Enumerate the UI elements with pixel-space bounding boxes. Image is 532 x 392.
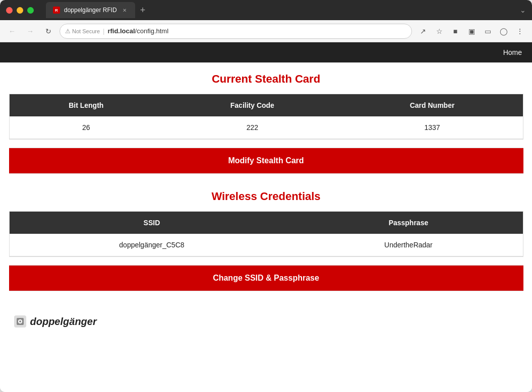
facility-code-header: Facility Code: [163, 94, 342, 116]
stealth-card-table-body: 26 222 1337: [10, 116, 523, 139]
stealth-card-table-section: Bit Length Facility Code Card Number 26 …: [9, 94, 523, 140]
stealth-card-section: Current Stealth Card Bit Length Facility…: [9, 73, 523, 174]
tab-favicon: R: [53, 7, 60, 14]
wireless-table-body: doppelgänger_C5C8 UndertheRadar: [10, 234, 523, 256]
tab-bar: R doppelgänger RFID ✕ +: [46, 2, 516, 18]
share-icon[interactable]: ↗: [416, 24, 430, 38]
ssid-value: doppelgänger_C5C8: [10, 234, 294, 256]
browser-menu-icon[interactable]: ⌄: [520, 6, 526, 14]
card-number-value: 1337: [342, 116, 523, 139]
close-button[interactable]: [6, 7, 13, 14]
wireless-section: Wireless Credentials SSID Passphrase dop…: [9, 190, 523, 291]
menu-icon[interactable]: ⋮: [513, 24, 527, 38]
address-url: rfid.local/config.html: [107, 27, 168, 35]
page-content: Home Current Stealth Card Bit Length Fac…: [0, 42, 532, 392]
stealth-card-title: Current Stealth Card: [9, 73, 523, 86]
url-domain: rfid.local: [107, 27, 135, 35]
passphrase-value: UndertheRadar: [294, 234, 522, 256]
svg-point-2: [19, 320, 21, 322]
stealth-card-table: Bit Length Facility Code Card Number 26 …: [10, 94, 523, 139]
new-tab-button[interactable]: +: [137, 5, 149, 16]
bit-length-header: Bit Length: [10, 94, 163, 116]
stealth-card-table-header: Bit Length Facility Code Card Number: [10, 94, 523, 116]
table-row: 26 222 1337: [10, 116, 523, 139]
minimize-button[interactable]: [17, 7, 23, 14]
url-path: /config.html: [135, 27, 168, 35]
divider-bottom: [9, 173, 523, 174]
warning-icon: ⚠: [65, 28, 71, 35]
wireless-header-row: SSID Passphrase: [10, 212, 523, 234]
top-nav: Home: [0, 42, 532, 62]
table-row: doppelgänger_C5C8 UndertheRadar: [10, 234, 523, 256]
bookmark-icon[interactable]: ☆: [432, 24, 446, 38]
logo-icon: [14, 315, 26, 328]
security-warning: ⚠ Not Secure: [65, 28, 100, 35]
logo-svg: [16, 317, 25, 326]
card-number-header: Card Number: [342, 94, 523, 116]
wireless-table: SSID Passphrase doppelgänger_C5C8 Undert…: [10, 212, 523, 256]
wireless-divider-bottom: [9, 291, 523, 291]
profile-icon[interactable]: ◯: [497, 24, 511, 38]
wireless-table-section: SSID Passphrase doppelgänger_C5C8 Undert…: [9, 211, 523, 257]
maximize-button[interactable]: [27, 7, 34, 14]
bit-length-value: 26: [10, 116, 163, 139]
active-tab[interactable]: R doppelgänger RFID ✕: [46, 2, 135, 18]
tab-title: doppelgänger RFID: [64, 7, 117, 14]
back-button[interactable]: ←: [5, 24, 19, 38]
forward-button[interactable]: →: [23, 24, 37, 38]
toolbar-icons: ↗ ☆ ■ ▣ ▭ ◯ ⋮: [416, 24, 527, 38]
address-bar: ← → ↻ ⚠ Not Secure | rfid.local/config.h…: [0, 20, 532, 42]
modify-stealth-card-button[interactable]: Modify Stealth Card: [9, 148, 523, 173]
wireless-table-header: SSID Passphrase: [10, 212, 523, 234]
ssid-header: SSID: [10, 212, 294, 234]
logo-text: doppelgänger: [30, 316, 97, 328]
tab-close-icon[interactable]: ✕: [121, 7, 128, 14]
wireless-title: Wireless Credentials: [9, 190, 523, 203]
stealth-card-header-row: Bit Length Facility Code Card Number: [10, 94, 523, 116]
titlebar: R doppelgänger RFID ✕ + ⌄: [0, 0, 532, 20]
reload-button[interactable]: ↻: [41, 24, 55, 38]
passphrase-header: Passphrase: [294, 212, 522, 234]
footer: doppelgänger: [9, 307, 523, 336]
extensions-icon[interactable]: ■: [448, 24, 462, 38]
facility-code-value: 222: [163, 116, 342, 139]
home-link[interactable]: Home: [503, 48, 522, 56]
window-icon[interactable]: ▭: [481, 24, 495, 38]
address-separator: |: [103, 27, 104, 35]
address-field[interactable]: ⚠ Not Secure | rfid.local/config.html: [60, 24, 412, 39]
security-label: Not Secure: [72, 28, 100, 34]
change-ssid-passphrase-button[interactable]: Change SSID & Passphrase: [9, 266, 523, 291]
puzzle-icon[interactable]: ▣: [464, 24, 479, 38]
main-container: Current Stealth Card Bit Length Facility…: [4, 62, 528, 346]
